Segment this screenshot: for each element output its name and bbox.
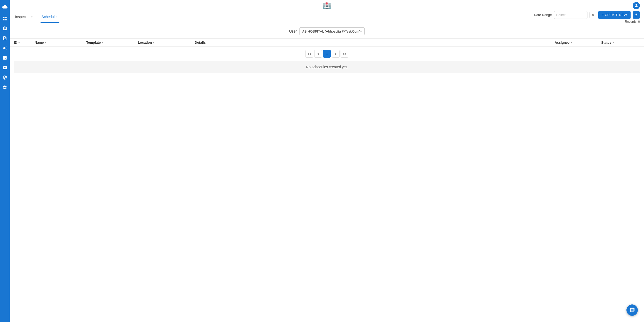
grid-icon[interactable] [1, 14, 9, 23]
user-avatar[interactable] [633, 2, 640, 9]
page-prev-button[interactable]: < [314, 50, 322, 58]
envelope-icon[interactable] [1, 64, 9, 72]
user-filter-select[interactable]: AB HOSPITAL (Abhospital@Test.Com) ▾ [299, 27, 365, 35]
date-range-label: Date Range [534, 13, 552, 17]
chat-button[interactable] [626, 304, 638, 316]
col-assignee[interactable]: Assignee ▾ [555, 41, 601, 44]
clipboard-icon[interactable] [1, 24, 9, 33]
megaphone-icon[interactable] [1, 44, 9, 52]
col-location-sort-icon: ▾ [153, 41, 154, 44]
user-filter-arrow: ▾ [360, 29, 362, 33]
table-header: ID ▾ Name ▾ Template ▾ Location ▾ Detail… [10, 38, 644, 47]
empty-state: No schedules created yet. [14, 61, 640, 73]
cloud-icon[interactable] [1, 3, 9, 11]
col-id[interactable]: ID ▾ [14, 41, 35, 44]
nav-tabs: Inspections Schedules Date Range Select … [10, 11, 644, 23]
chart-icon[interactable] [1, 54, 9, 62]
col-status[interactable]: Status ▾ [601, 41, 640, 44]
page-1-button[interactable]: 1 [323, 50, 331, 58]
date-range-placeholder: Select [556, 13, 566, 17]
user-filter-row: User AB HOSPITAL (Abhospital@Test.Com) ▾ [10, 23, 644, 38]
page-last-button[interactable]: >> [341, 50, 348, 58]
col-location[interactable]: Location ▾ [138, 41, 195, 44]
col-name-sort-icon: ▾ [45, 41, 46, 44]
col-assignee-sort-icon: ▾ [571, 41, 572, 44]
col-name[interactable]: Name ▾ [35, 41, 86, 44]
main-content: 🏥 Inspections Schedules Date Range Selec… [10, 0, 644, 322]
settings-icon[interactable] [1, 83, 9, 91]
shield-icon[interactable] [1, 73, 9, 82]
download-button[interactable] [633, 11, 640, 19]
col-template[interactable]: Template ▾ [86, 41, 138, 44]
empty-state-message: No schedules created yet. [306, 65, 348, 69]
sidebar [0, 0, 10, 322]
top-bar: 🏥 [10, 0, 644, 11]
date-range-select[interactable]: Select [554, 11, 587, 19]
document-icon[interactable] [1, 34, 9, 42]
tab-inspections[interactable]: Inspections [14, 11, 34, 23]
pagination: << < 1 > >> [10, 47, 644, 61]
col-template-sort-icon: ▾ [102, 41, 103, 44]
user-filter-value: AB HOSPITAL (Abhospital@Test.Com) [302, 29, 360, 33]
user-filter-label: User [289, 29, 297, 33]
col-status-sort-icon: ▾ [612, 41, 614, 44]
page-first-button[interactable]: << [305, 50, 313, 58]
records-count: Records: 0 [625, 20, 640, 24]
page-next-button[interactable]: > [332, 50, 340, 58]
tab-schedules[interactable]: Schedules [41, 11, 59, 23]
top-bar-logo: 🏥 [323, 2, 331, 10]
col-details: Details [195, 41, 555, 44]
content-area: User AB HOSPITAL (Abhospital@Test.Com) ▾… [10, 23, 644, 322]
create-new-button[interactable]: + CREATE NEW [598, 11, 631, 19]
col-id-sort-icon: ▾ [18, 41, 20, 44]
clear-date-button[interactable]: ✕ [590, 12, 596, 18]
